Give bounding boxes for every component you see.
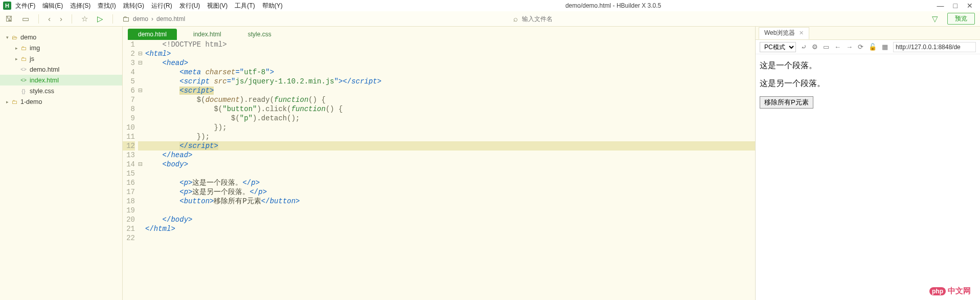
- tab-label: style.css: [248, 31, 271, 38]
- folder-icon: 🗀: [122, 14, 130, 23]
- breadcrumb: 🗀 demo › demo.html: [122, 14, 185, 23]
- tab-demo-html[interactable]: demo.html: [128, 29, 177, 40]
- breadcrumb-sep: ›: [151, 15, 153, 23]
- refresh2-icon[interactable]: ⤾: [801, 43, 807, 51]
- code-area[interactable]: 12345678910111213141516171819202122 ⊟⊟⊟⊟…: [123, 40, 755, 300]
- window-close-button[interactable]: ✕: [967, 2, 973, 10]
- gear-icon[interactable]: ⚙: [812, 43, 818, 51]
- menu-edit[interactable]: 编辑(E): [42, 2, 63, 10]
- preview-tab-web[interactable]: Web浏览器 ✕: [759, 27, 809, 39]
- menu-view[interactable]: 视图(V): [207, 2, 227, 10]
- save-icon[interactable]: 🖫: [5, 14, 13, 23]
- preview-tab-label: Web浏览器: [764, 29, 795, 37]
- tree-label: style.css: [30, 88, 54, 95]
- preview-paragraph-2: 这是另一个段落。: [760, 78, 976, 89]
- fold-gutter[interactable]: ⊟⊟⊟⊟: [138, 40, 145, 300]
- back-icon[interactable]: ←: [834, 43, 841, 51]
- tree-label: demo: [20, 34, 36, 41]
- menubar: H 文件(F) 编辑(E) 选择(S) 查找(I) 跳转(G) 运行(R) 发行…: [0, 0, 980, 11]
- tree-item-index-html[interactable]: <>index.html: [0, 75, 122, 85]
- sidebar: ▾🗁demo ▸🗀img ▸🗀js <>demo.html <>index.ht…: [0, 27, 123, 300]
- editor-tabs: demo.html index.html style.css: [123, 27, 755, 40]
- menu-help[interactable]: 帮助(Y): [262, 2, 283, 10]
- tree-item-js[interactable]: ▸🗀js: [0, 53, 122, 64]
- watermark-logo: php: [929, 287, 946, 295]
- window-title: demo/demo.html - HBuilder X 3.0.5: [290, 2, 937, 9]
- tree-label: index.html: [30, 77, 59, 84]
- search-input[interactable]: [522, 15, 604, 23]
- nav-forward-icon[interactable]: ›: [60, 14, 62, 23]
- menu-run[interactable]: 运行(R): [151, 2, 172, 10]
- toolbar: 🖫 ▭ ‹ › ☆ ▷ 🗀 demo › demo.html ⌕ ▽ 预览: [0, 11, 980, 27]
- filter-icon[interactable]: ▽: [932, 14, 938, 24]
- app-logo: H: [3, 2, 11, 10]
- tab-label: demo.html: [138, 31, 167, 38]
- preview-panel: Web浏览器 ✕ PC模式 ⤾ ⚙ ▭ ← → ⟳ 🔓 ▦ 这是一个段落。 这是…: [755, 27, 980, 300]
- menu-select[interactable]: 选择(S): [70, 2, 90, 10]
- preview-url-input[interactable]: [893, 42, 976, 52]
- tree-item-img[interactable]: ▸🗀img: [0, 42, 122, 53]
- menu-tool[interactable]: 工具(T): [235, 2, 255, 10]
- menu-find[interactable]: 查找(I): [98, 2, 116, 10]
- refresh-icon[interactable]: ⟳: [858, 43, 863, 51]
- close-icon[interactable]: ✕: [799, 30, 804, 36]
- tree-item-demo[interactable]: ▾🗁demo: [0, 32, 122, 42]
- breadcrumb-0[interactable]: demo: [133, 15, 148, 23]
- preview-remove-button[interactable]: 移除所有P元素: [760, 96, 813, 109]
- watermark: php 中文网: [929, 286, 971, 296]
- search-icon[interactable]: ⌕: [513, 14, 518, 23]
- forward-icon[interactable]: →: [846, 43, 853, 51]
- lock-icon[interactable]: 🔓: [869, 43, 877, 51]
- code-lines[interactable]: <!DOCTYPE html> <html> <head> <meta char…: [145, 40, 755, 300]
- menu-publish[interactable]: 发行(U): [179, 2, 200, 10]
- new-file-icon[interactable]: ▭: [22, 14, 29, 24]
- nav-back-icon[interactable]: ‹: [48, 14, 51, 23]
- tree-item-1-demo[interactable]: ▸🗀1-demo: [0, 96, 122, 107]
- tree-label: js: [30, 55, 34, 62]
- run-icon[interactable]: ▷: [97, 14, 103, 24]
- tree-label: img: [30, 45, 40, 52]
- gutter: 12345678910111213141516171819202122: [123, 40, 138, 300]
- preview-paragraph-1: 这是一个段落。: [760, 60, 976, 71]
- tree-label: demo.html: [30, 66, 59, 73]
- breadcrumb-1[interactable]: demo.html: [156, 15, 185, 23]
- watermark-text: 中文网: [948, 286, 971, 296]
- preview-body: 这是一个段落。 这是另一个段落。 移除所有P元素: [756, 54, 980, 115]
- preview-toolbar: PC模式 ⤾ ⚙ ▭ ← → ⟳ 🔓 ▦: [756, 40, 980, 54]
- preview-tabs: Web浏览器 ✕: [756, 27, 980, 40]
- window-icon-2[interactable]: ▭: [823, 43, 829, 51]
- tree-label: 1-demo: [20, 98, 42, 105]
- menu-file[interactable]: 文件(F): [15, 2, 35, 10]
- window-maximize-button[interactable]: □: [953, 2, 958, 10]
- star-icon[interactable]: ☆: [81, 14, 88, 24]
- preview-button[interactable]: 预览: [947, 13, 975, 25]
- editor-pane: demo.html index.html style.css 123456789…: [123, 27, 755, 300]
- menu-goto[interactable]: 跳转(G): [123, 2, 144, 10]
- tree-item-style-css[interactable]: {}style.css: [0, 85, 122, 96]
- tab-style-css[interactable]: style.css: [238, 29, 282, 40]
- tree-item-demo-html[interactable]: <>demo.html: [0, 64, 122, 75]
- qr-icon[interactable]: ▦: [882, 43, 888, 51]
- preview-mode-select[interactable]: PC模式: [760, 42, 796, 52]
- window-minimize-button[interactable]: —: [937, 2, 944, 10]
- tab-index-html[interactable]: index.html: [183, 29, 232, 40]
- main: ▾🗁demo ▸🗀img ▸🗀js <>demo.html <>index.ht…: [0, 27, 980, 300]
- tab-label: index.html: [193, 31, 221, 38]
